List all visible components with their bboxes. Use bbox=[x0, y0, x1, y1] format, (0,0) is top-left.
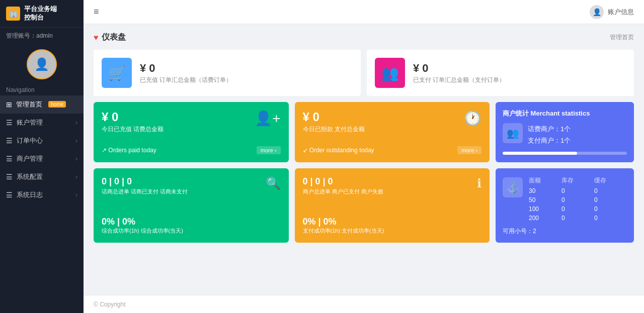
top-stat-cards: 🛒 ¥ 0 已充值 订单汇总金额（话费订单） 👥 ¥ 0 已支付 订单汇总金额（… bbox=[94, 50, 634, 96]
topbar-right: 👤 账户信息 bbox=[590, 5, 634, 19]
merchant-stats-icon: 👥 bbox=[503, 123, 523, 143]
phone-number-card: ⚓ 面额 库存 缓存 bbox=[496, 168, 634, 243]
table-row: 3000 bbox=[529, 187, 626, 195]
sidebar-item-label-home: 管理首页 bbox=[16, 100, 42, 109]
top-card-paid: 👥 ¥ 0 已支付 订单汇总金额（支付订单） bbox=[367, 50, 634, 96]
sidebar-item-label-account: 账户管理 bbox=[17, 118, 43, 127]
paid-amount: ¥ 0 bbox=[413, 62, 505, 75]
col-amount: 面额 bbox=[529, 176, 560, 186]
table-row: 5000 bbox=[529, 196, 626, 204]
sidebar-item-order[interactable]: ☰ 订单中心 › bbox=[0, 132, 84, 150]
col-stock: 库存 bbox=[561, 176, 593, 186]
bot-phone-rates: 0% | 0% bbox=[102, 217, 281, 227]
bot-phone-nums: 0 | 0 | 0 bbox=[102, 176, 188, 187]
bot-phone-labels: 话商总进单 话商已支付 话商未支付 bbox=[102, 188, 188, 195]
person-plus-icon: 👤+ bbox=[255, 110, 280, 127]
mid-recharge-more[interactable]: more › bbox=[257, 146, 281, 154]
sidebar-item-label-order: 订单中心 bbox=[17, 136, 43, 145]
bot-stat-cards: 0 | 0 | 0 话商总进单 话商已支付 话商未支付 🔍 0% | 0% 综合… bbox=[94, 168, 634, 243]
merchant-icon: ☰ bbox=[6, 155, 13, 163]
sidebar-item-merchant[interactable]: ☰ 商户管理 › bbox=[0, 150, 84, 168]
copyright-text: © Copyright bbox=[94, 301, 126, 308]
content-area: ♥ 仪表盘 管理首页 🛒 ¥ 0 已充值 订单汇总金额（话费订单） 👥 ¥ 0 … bbox=[84, 24, 644, 295]
page-title: ♥ 仪表盘 bbox=[94, 32, 126, 43]
bot-card-phone: 0 | 0 | 0 话商总进单 话商已支付 话商未支付 🔍 0% | 0% 综合… bbox=[94, 168, 289, 243]
merchant-arrow-icon: › bbox=[75, 155, 77, 162]
sidebar-admin-label: 管理账号：admin bbox=[0, 28, 84, 44]
mid-outstanding-amount: ¥ 0 bbox=[303, 110, 365, 124]
table-row: 10000 bbox=[529, 205, 626, 213]
mid-card-outstanding: ¥ 0 今日已拒款 支付总金额 🕐 ↙ Order outstanding to… bbox=[295, 102, 490, 162]
mid-outstanding-sub: ↙ Order outstanding today bbox=[303, 147, 374, 154]
menu-toggle-button[interactable]: ≡ bbox=[94, 7, 99, 17]
bot-card-payment: 0 | 0 | 0 商户总进单 商户已支付 商户失败 ℹ 0% | 0% 支付成… bbox=[295, 168, 490, 243]
topbar-user-label[interactable]: 账户信息 bbox=[608, 8, 634, 17]
sidebar-title: 平台业务端 控制台 bbox=[24, 5, 57, 22]
log-arrow-icon: › bbox=[75, 191, 77, 198]
paid-desc: 已支付 订单汇总金额（支付订单） bbox=[413, 76, 505, 84]
sidebar: 🏢 平台业务端 控制台 管理账号：admin 👤 Navigation ⊞ 管理… bbox=[0, 0, 84, 313]
bot-phone-rate-labels: 综合成功率(1h) 综合成功率(当天) bbox=[102, 227, 281, 235]
mid-recharge-sub: ↗ Orders paid today bbox=[102, 147, 156, 154]
merchant-progress-bar bbox=[503, 152, 577, 155]
home-icon: ⊞ bbox=[6, 100, 12, 109]
topbar: ≡ 👤 账户信息 bbox=[84, 0, 644, 24]
merchant-progress-bar-container bbox=[503, 152, 627, 155]
sidebar-header: 🏢 平台业务端 控制台 bbox=[0, 0, 84, 28]
logo-icon: 🏢 bbox=[6, 7, 20, 21]
account-icon: ☰ bbox=[6, 119, 13, 127]
table-row: 20000 bbox=[529, 214, 626, 222]
mid-card-recharge: ¥ 0 今日已充值 话费总金额 👤+ ↗ Orders paid today m… bbox=[94, 102, 289, 162]
phone-available: 可用小号：2 bbox=[503, 227, 627, 236]
sidebar-item-home[interactable]: ⊞ 管理首页 home bbox=[0, 95, 84, 114]
merchant-stats-detail: 话费商户：1个 支付商户：1个 bbox=[528, 123, 571, 147]
sidebar-avatar: 👤 bbox=[0, 44, 84, 82]
page-title-text: 仪表盘 bbox=[102, 32, 126, 43]
mid-stat-cards: ¥ 0 今日已充值 话费总金额 👤+ ↗ Orders paid today m… bbox=[94, 102, 634, 162]
users-icon: 👥 bbox=[375, 58, 405, 88]
log-icon: ☰ bbox=[6, 191, 13, 199]
top-card-recharge: 🛒 ¥ 0 已充值 订单汇总金额（话费订单） bbox=[94, 50, 361, 96]
order-icon: ☰ bbox=[6, 137, 13, 145]
page-header: ♥ 仪表盘 管理首页 bbox=[94, 32, 634, 43]
sidebar-item-label-log: 系统日志 bbox=[17, 190, 43, 199]
col-cache: 缓存 bbox=[594, 176, 626, 186]
info-icon: ℹ bbox=[477, 176, 481, 190]
account-arrow-icon: › bbox=[75, 119, 77, 126]
clock-icon: 🕐 bbox=[464, 110, 481, 127]
system-icon: ☰ bbox=[6, 173, 13, 181]
anchor-icon: ⚓ bbox=[503, 177, 523, 197]
mid-outstanding-label: 今日已拒款 支付总金额 bbox=[303, 125, 365, 134]
recharge-desc: 已充值 订单汇总金额（话费订单） bbox=[140, 76, 232, 84]
home-badge: home bbox=[48, 101, 66, 108]
bot-payment-rates: 0% | 0% bbox=[303, 217, 482, 227]
sidebar-item-log[interactable]: ☰ 系统日志 › bbox=[0, 186, 84, 204]
merchant-stats-title: 商户统计 Merchant statistics bbox=[503, 109, 627, 118]
page-breadcrumb-link[interactable]: 管理首页 bbox=[610, 33, 634, 42]
mid-recharge-label: 今日已充值 话费总金额 bbox=[102, 125, 164, 134]
bot-payment-rate-labels: 支付成功率(1h) 支付成功率(当天) bbox=[303, 227, 482, 235]
sidebar-item-account[interactable]: ☰ 账户管理 › bbox=[0, 114, 84, 132]
merchant-stats-card: 商户统计 Merchant statistics 👥 话费商户：1个 支付商户：… bbox=[496, 102, 634, 162]
topbar-avatar: 👤 bbox=[590, 5, 604, 19]
phone-denomination-table: 面额 库存 缓存 3000 5000 bbox=[528, 175, 627, 223]
sidebar-item-label-system: 系统配置 bbox=[17, 172, 43, 181]
cart-icon: 🛒 bbox=[102, 58, 132, 88]
footer: © Copyright bbox=[84, 295, 644, 313]
system-arrow-icon: › bbox=[75, 173, 77, 180]
bot-payment-labels: 商户总进单 商户已支付 商户失败 bbox=[303, 188, 383, 195]
heart-icon: ♥ bbox=[94, 33, 99, 42]
avatar-image: 👤 bbox=[27, 49, 57, 79]
mid-outstanding-more[interactable]: more › bbox=[457, 146, 481, 154]
recharge-amount: ¥ 0 bbox=[140, 62, 232, 75]
search-zoom-icon: 🔍 bbox=[266, 176, 281, 190]
sidebar-item-label-merchant: 商户管理 bbox=[17, 154, 43, 163]
sidebar-item-system[interactable]: ☰ 系统配置 › bbox=[0, 168, 84, 186]
bot-payment-nums: 0 | 0 | 0 bbox=[303, 176, 383, 187]
nav-section-title: Navigation bbox=[0, 82, 84, 95]
main: ≡ 👤 账户信息 ♥ 仪表盘 管理首页 🛒 ¥ 0 已充值 订单汇总金额（话费订… bbox=[84, 0, 644, 313]
order-arrow-icon: › bbox=[75, 137, 77, 144]
mid-recharge-amount: ¥ 0 bbox=[102, 110, 164, 124]
